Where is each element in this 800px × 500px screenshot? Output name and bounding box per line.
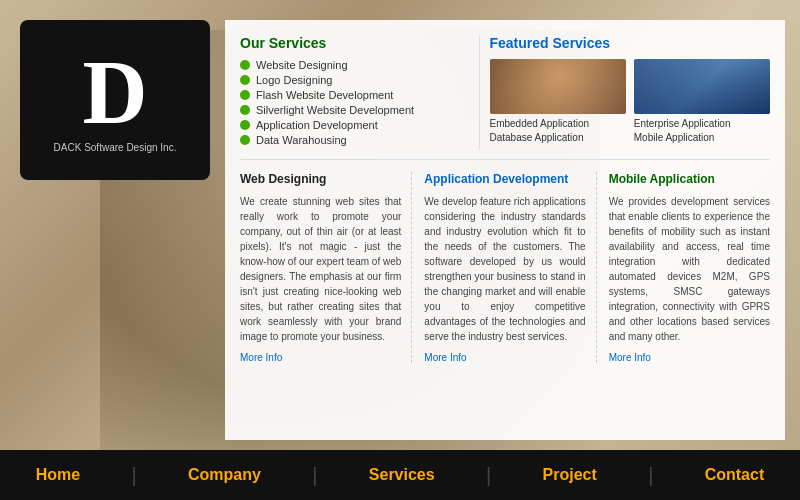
logo-letter: D (83, 48, 148, 138)
featured-block-2: Enterprise Application Mobile Applicatio… (634, 59, 770, 145)
featured-images-container: Embedded Application Database Applicatio… (490, 59, 771, 145)
our-services-section: Our Services Website Designing Logo Desi… (240, 35, 479, 149)
bullet-icon (240, 120, 250, 130)
bullet-icon (240, 75, 250, 85)
service-label-2: Logo Designing (256, 74, 332, 86)
service-item-1: Website Designing (240, 59, 469, 71)
nav-separator-4: | (648, 464, 653, 487)
company-logo: D DACK Software Design Inc. (20, 20, 210, 180)
featured-label-2a: Enterprise Application (634, 117, 770, 131)
bullet-icon (240, 90, 250, 100)
card-application-development: Application Development We develop featu… (424, 172, 596, 363)
bullet-icon (240, 135, 250, 145)
bottom-cards: Web Designing We create stunning web sit… (240, 172, 770, 363)
featured-label-1a: Embedded Application (490, 117, 626, 131)
nav-separator-3: | (486, 464, 491, 487)
card-mobile-application: Mobile Application We provides developme… (609, 172, 770, 363)
card-app-heading: Application Development (424, 172, 585, 186)
card-mobile-body: We provides development services that en… (609, 194, 770, 344)
nav-home[interactable]: Home (16, 456, 100, 494)
service-item-3: Flash Website Development (240, 89, 469, 101)
card-mobile-heading: Mobile Application (609, 172, 770, 186)
card-web-designing: Web Designing We create stunning web sit… (240, 172, 412, 363)
nav-separator-1: | (131, 464, 136, 487)
nav-project[interactable]: Project (523, 456, 617, 494)
service-item-4: Silverlight Website Development (240, 104, 469, 116)
nav-separator-2: | (312, 464, 317, 487)
service-label-1: Website Designing (256, 59, 348, 71)
service-item-5: Application Development (240, 119, 469, 131)
card-app-body: We develop feature rich applications con… (424, 194, 585, 344)
featured-label-1b: Database Application (490, 131, 626, 145)
featured-label-2b: Mobile Application (634, 131, 770, 145)
nav-services[interactable]: Services (349, 456, 455, 494)
card-web-more-info[interactable]: More Info (240, 352, 401, 363)
service-label-6: Data Warahousing (256, 134, 347, 146)
company-name: DACK Software Design Inc. (54, 142, 177, 153)
navigation-bar: Home | Company | Services | Project | Co… (0, 450, 800, 500)
featured-services-section: Featured Services Embedded Application D… (479, 35, 771, 149)
card-web-heading: Web Designing (240, 172, 401, 186)
featured-block-1: Embedded Application Database Applicatio… (490, 59, 626, 145)
bullet-icon (240, 105, 250, 115)
card-web-body: We create stunning web sites that really… (240, 194, 401, 344)
card-mobile-more-info[interactable]: More Info (609, 352, 770, 363)
service-label-3: Flash Website Development (256, 89, 393, 101)
card-app-more-info[interactable]: More Info (424, 352, 585, 363)
service-item-6: Data Warahousing (240, 134, 469, 146)
our-services-heading: Our Services (240, 35, 469, 51)
service-label-5: Application Development (256, 119, 378, 131)
bullet-icon (240, 60, 250, 70)
featured-image-2 (634, 59, 770, 114)
featured-image-1 (490, 59, 626, 114)
nav-contact[interactable]: Contact (685, 456, 785, 494)
service-label-4: Silverlight Website Development (256, 104, 414, 116)
service-item-2: Logo Designing (240, 74, 469, 86)
nav-company[interactable]: Company (168, 456, 281, 494)
main-panel: Our Services Website Designing Logo Desi… (225, 20, 785, 440)
featured-services-heading: Featured Services (490, 35, 771, 51)
top-section: Our Services Website Designing Logo Desi… (240, 35, 770, 160)
